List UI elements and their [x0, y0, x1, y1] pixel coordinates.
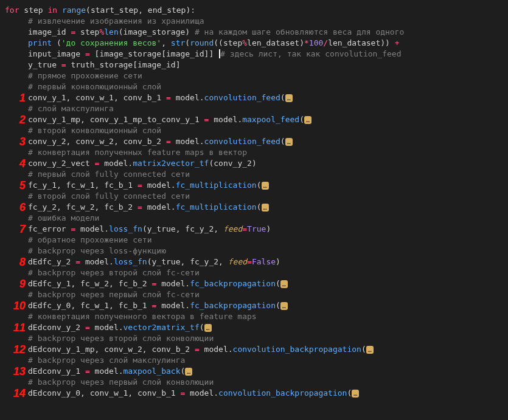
- object: model.: [214, 115, 242, 124]
- annotation-14: 14: [5, 388, 26, 399]
- fold-icon[interactable]: …: [304, 116, 311, 124]
- code-line: 14dEdconv_y_0, conv_w_1, conv_b_1 = mode…: [5, 388, 508, 399]
- paren: (: [257, 181, 262, 190]
- identifier: image_id: [28, 27, 71, 36]
- comment: # на каждом шаге обновляются веса для од…: [195, 27, 404, 36]
- operator: =: [71, 27, 80, 36]
- identifier: dEdconv_y_1_mp, conv_w_2, conv_b_2: [28, 345, 195, 354]
- comment: # backprop через второй слой fc-сети: [28, 268, 200, 277]
- string: 'до сохранения весов': [61, 38, 161, 47]
- operator: =: [85, 367, 95, 376]
- comment: # backprop через слой макспулинга: [28, 356, 185, 365]
- identifier: truth_storage[image_id]: [71, 60, 180, 69]
- identifier: fc_y_1, fc_w_1, fc_b_1: [28, 181, 137, 190]
- fold-icon[interactable]: …: [204, 324, 212, 332]
- identifier: dEdconv_y_1: [28, 367, 85, 376]
- identifier: dEdfc_y_0, fc_w_1, fc_b_1: [28, 301, 152, 310]
- object: model.: [176, 93, 204, 102]
- comment: # первый конволюционный слой: [28, 82, 161, 91]
- operator: =: [71, 224, 80, 233]
- comment: # backprop через первый слой конволюции: [28, 377, 214, 387]
- operator: =: [137, 181, 147, 190]
- method: convolution_backpropagation: [218, 388, 347, 398]
- code-line: # backprop через loss-функцию: [5, 246, 508, 256]
- code-line: 10dEdfc_y_0, fc_w_1, fc_b_1 = model.fc_b…: [5, 300, 508, 311]
- paren: (: [299, 115, 304, 124]
- code-line: # обратное прохожение сети: [5, 235, 508, 246]
- code-line: # конвертация полученного вектора в feat…: [5, 311, 508, 322]
- operator: /: [323, 38, 328, 47]
- annotation-8: 8: [5, 256, 26, 267]
- operator: =: [95, 159, 105, 168]
- operator: =: [166, 137, 176, 146]
- identifier: fc_error: [28, 224, 71, 233]
- args: (y_true, fc_y_2,: [142, 224, 223, 233]
- identifier: conv_y_2, conv_w_2, conv_b_2: [28, 137, 166, 146]
- method: loss_fn: [109, 224, 142, 233]
- builtin-round: round: [190, 38, 214, 47]
- method: convolution_feed: [204, 93, 280, 102]
- fold-icon[interactable]: …: [285, 138, 293, 146]
- operator: =: [137, 202, 147, 212]
- code-line: # конвертация полученных feature maps в …: [5, 147, 508, 158]
- code-line: 7fc_error = model.loss_fn(y_true, fc_y_2…: [5, 224, 508, 235]
- code-line: input_image = [image_storage[image_id]] …: [5, 49, 508, 60]
- keyword-in: in: [47, 5, 57, 15]
- comment: # backprop через loss-функцию: [28, 246, 166, 255]
- fold-icon[interactable]: …: [285, 94, 293, 102]
- comment: # обратное прохожение сети: [28, 235, 152, 244]
- code-line: # извлечение изображения из хранилища: [5, 16, 508, 27]
- identifier: [image_storage[image_id]]: [95, 49, 219, 58]
- identifier: conv_y_1, conv_w_1, conv_b_1: [28, 93, 166, 102]
- comment: # извлечение изображения из хранилища: [28, 16, 204, 26]
- annotation-3: 3: [5, 136, 26, 147]
- operator: +: [395, 38, 400, 47]
- fold-icon[interactable]: …: [262, 204, 269, 212]
- operator: =: [85, 323, 95, 332]
- code-line: 8dEdfc_y_2 = model.loss_fn(y_true, fc_y_…: [5, 256, 508, 267]
- fold-icon[interactable]: …: [280, 280, 288, 288]
- operator: =: [61, 60, 71, 69]
- builtin-str: str: [171, 38, 185, 47]
- object: model.: [95, 367, 124, 376]
- identifier: conv_y_2_vect: [28, 159, 95, 168]
- args: ((step: [214, 38, 242, 47]
- annotation-1: 1: [5, 92, 26, 103]
- code-line: # backprop через первый слой конволюции: [5, 377, 508, 388]
- kwarg: feed: [223, 224, 242, 233]
- annotation-7: 7: [5, 224, 26, 235]
- builtin-len: len: [104, 27, 118, 36]
- method: maxpool_feed: [242, 115, 299, 124]
- fold-icon[interactable]: …: [352, 390, 359, 398]
- method: matrix2vector_tf: [133, 159, 209, 168]
- paren: (: [280, 137, 285, 146]
- identifier: fc_y_2, fc_w_2, fc_b_2: [28, 202, 137, 212]
- comment: # слой макспулинга: [28, 104, 114, 113]
- operator: =: [242, 224, 247, 233]
- fold-icon[interactable]: …: [262, 182, 269, 190]
- paren: (: [180, 367, 185, 376]
- operator: =: [166, 93, 176, 102]
- annotation-2: 2: [5, 114, 26, 125]
- comment: # второй слой fully connected сети: [28, 191, 190, 201]
- operator: =: [152, 301, 162, 310]
- fold-icon[interactable]: …: [366, 346, 374, 354]
- fold-icon[interactable]: …: [280, 302, 288, 310]
- code-line: # второй слой fully connected сети: [5, 191, 508, 202]
- fold-icon[interactable]: …: [185, 368, 192, 376]
- operator: =: [195, 345, 204, 354]
- code-line: # backprop через слой макспулинга: [5, 355, 508, 366]
- identifier: len_dataset)): [328, 38, 395, 47]
- code-editor[interactable]: for step in range(start_step, end_step):…: [5, 5, 508, 399]
- identifier: input_image: [28, 49, 85, 58]
- code-line: 5fc_y_1, fc_w_1, fc_b_1 = model.fc_multi…: [5, 180, 508, 191]
- annotation-11: 11: [5, 322, 26, 333]
- code-line: # backprop через второй слой fc-сети: [5, 267, 508, 278]
- annotation-4: 4: [5, 158, 26, 169]
- code-line: # backprop через второй слой конволюции: [5, 333, 508, 344]
- code-line: 2conv_y_1_mp, conv_y_1_mp_to_conv_y_1 = …: [5, 114, 508, 125]
- code-line: # прямое прохожение сети: [5, 71, 508, 81]
- keyword-for: for: [5, 5, 19, 15]
- args: (image_storage): [119, 27, 195, 36]
- paren: (: [200, 323, 204, 332]
